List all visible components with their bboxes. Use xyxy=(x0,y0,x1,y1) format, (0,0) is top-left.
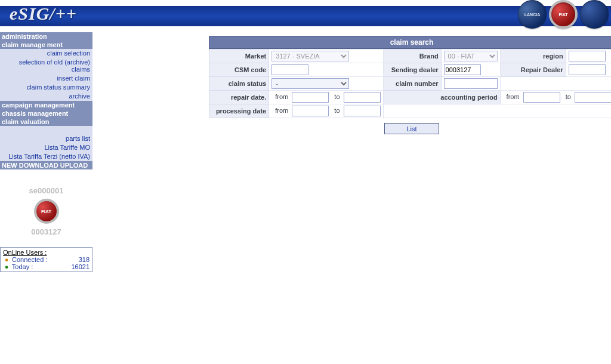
brand-select[interactable]: 00 - FIAT xyxy=(444,51,498,61)
top-banner: eSIG/++ LANCIA FIAT xyxy=(0,0,611,32)
brand-badges: LANCIA FIAT xyxy=(518,0,609,29)
app-logo: eSIG/++ xyxy=(10,4,77,24)
sidebar-group-administration[interactable]: administration xyxy=(0,32,92,41)
label-repair-date: repair date. xyxy=(209,91,269,104)
label-from-3: from xyxy=(271,107,290,114)
user-dealer: 0003127 xyxy=(0,227,92,236)
online-title: OnLine Users : xyxy=(3,249,90,256)
repair-date-from-input[interactable] xyxy=(292,92,329,103)
claim-number-input[interactable] xyxy=(444,78,498,89)
sidebar-item-archive[interactable]: archive xyxy=(0,92,92,101)
online-today-value: 16021 xyxy=(71,263,90,270)
sidebar-item-lista-tariffe[interactable]: Lista Tariffe MO xyxy=(0,143,92,152)
online-connected-label: Connected : xyxy=(12,256,47,263)
online-users-box: OnLine Users : ● Connected : 318 ● Today… xyxy=(0,247,92,272)
claim-search-panel: claim search Market 3127 - SVEZIA Brand … xyxy=(209,36,611,139)
label-sending-dealer: Sending dealer xyxy=(383,63,441,77)
button-row: List xyxy=(209,118,611,139)
accounting-to-input[interactable] xyxy=(575,92,611,103)
label-to-1: to xyxy=(331,93,341,100)
sidebar-group-claim-management[interactable]: claim manage ment xyxy=(0,41,92,49)
label-repair-dealer: Repair Dealer xyxy=(500,63,566,77)
sidebar-item-insert-claim[interactable]: insert claim xyxy=(0,74,92,83)
claim-status-select[interactable]: - xyxy=(271,78,349,89)
sidebar-spacer xyxy=(0,126,92,134)
processing-from-input[interactable] xyxy=(292,106,329,116)
main-area: claim search Market 3127 - SVEZIA Brand … xyxy=(92,32,611,143)
region-input[interactable] xyxy=(569,51,606,61)
sidebar-group-campaign[interactable]: campaign management xyxy=(0,101,92,109)
users-icon: ● xyxy=(3,263,10,270)
label-region: region xyxy=(500,50,566,63)
label-market: Market xyxy=(209,50,269,63)
sidebar-user-box: se000001 FIAT 0003127 xyxy=(0,169,92,242)
panel-title: claim search xyxy=(209,36,611,49)
online-today-label: Today : xyxy=(12,263,33,270)
repair-dealer-input[interactable] xyxy=(569,64,606,75)
search-form: Market 3127 - SVEZIA Brand 00 - FIAT reg… xyxy=(209,49,611,118)
fiat-logo-icon: FIAT xyxy=(34,199,59,224)
sidebar-group-valuation[interactable]: claim valuation xyxy=(0,118,92,126)
sidebar-group-chassis[interactable]: chassis management xyxy=(0,109,92,118)
label-to-2: to xyxy=(562,93,573,100)
sidebar-item-archive-claims[interactable]: selection of old (archive) claims xyxy=(0,58,92,74)
label-claim-number: claim number xyxy=(383,77,441,91)
sidebar-item-lista-terzi[interactable]: Lista Tariffa Terzi (netto IVA) xyxy=(0,152,92,161)
market-select[interactable]: 3127 - SVEZIA xyxy=(271,51,349,61)
label-to-3: to xyxy=(331,107,341,114)
processing-to-input[interactable] xyxy=(344,106,381,116)
label-brand: Brand xyxy=(383,50,441,63)
sidebar-item-parts-list[interactable]: parts list xyxy=(0,134,92,143)
user-code: se000001 xyxy=(0,186,92,195)
fiat-badge-icon: FIAT xyxy=(549,0,578,29)
lancia-badge-icon: LANCIA xyxy=(518,0,547,29)
label-from-2: from xyxy=(503,93,521,100)
label-processing-date: processing date xyxy=(209,104,269,118)
csm-code-input[interactable] xyxy=(271,64,308,75)
list-button[interactable]: List xyxy=(384,123,439,134)
sidebar-item-claim-selection[interactable]: claim selection xyxy=(0,49,92,58)
repair-date-to-input[interactable] xyxy=(344,92,381,103)
sidebar-download[interactable]: NEW DOWNLOAD UPLOAD xyxy=(0,161,92,169)
label-from-1: from xyxy=(271,93,290,100)
online-connected-value: 318 xyxy=(79,256,90,263)
sidebar: administration claim manage ment claim s… xyxy=(0,32,92,272)
label-accounting-period: accounting period xyxy=(383,91,500,104)
label-csm-code: CSM code xyxy=(209,63,269,77)
sending-dealer-input[interactable] xyxy=(444,64,481,75)
accounting-from-input[interactable] xyxy=(523,92,560,103)
extra-badge-icon xyxy=(580,0,609,29)
sidebar-item-claim-status[interactable]: claim status summary xyxy=(0,83,92,92)
user-icon: ● xyxy=(3,256,10,263)
label-claim-status: claim status xyxy=(209,77,269,91)
